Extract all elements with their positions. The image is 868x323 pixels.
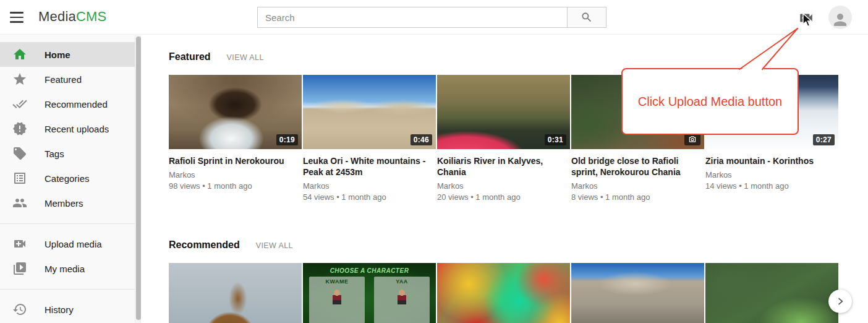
upload-media-icon[interactable] — [798, 10, 814, 26]
sidebar-item-history[interactable]: History — [0, 297, 135, 322]
sidebar-item-recent-uploads[interactable]: Recent uploads — [0, 116, 135, 141]
user-avatar[interactable] — [828, 6, 852, 29]
video-library-icon — [12, 261, 27, 276]
featured-view-all-link[interactable]: VIEW ALL — [227, 53, 264, 62]
game-character-panel: KWAME — [309, 277, 365, 323]
menu-icon[interactable] — [10, 11, 25, 24]
tag-icon — [12, 146, 27, 161]
media-author: Markos — [169, 170, 302, 179]
media-card: 0:19 Rafioli Sprint in Nerokourou Markos… — [169, 75, 302, 202]
game-character-panel: YAA — [374, 277, 430, 323]
home-icon — [12, 47, 27, 62]
recommended-cards-row: CHOOSE A CHARACTER KWAME YAA Selected Se… — [169, 263, 868, 323]
sidebar-item-featured[interactable]: Featured — [0, 67, 135, 92]
game-character-name: YAA — [374, 278, 430, 285]
sidebar-item-tags[interactable]: Tags — [0, 141, 135, 166]
video-thumbnail[interactable] — [169, 263, 302, 323]
camera-icon — [684, 133, 700, 145]
logo-part1: Media — [38, 9, 76, 24]
media-card: CHOOSE A CHARACTER KWAME YAA Selected Se… — [303, 263, 436, 323]
recommended-view-all-link[interactable]: VIEW ALL — [256, 241, 293, 250]
star-icon — [12, 72, 27, 87]
sidebar-divider — [0, 289, 135, 290]
scroll-next-button[interactable] — [828, 290, 852, 313]
sidebar-item-label: Categories — [45, 173, 90, 184]
video-thumbnail[interactable] — [437, 263, 570, 323]
sidebar-item-my-media[interactable]: My media — [0, 256, 135, 281]
video-thumbnail[interactable]: CHOOSE A CHARACTER KWAME YAA Selected Se… — [303, 263, 436, 323]
sidebar-item-upload-media[interactable]: Upload media — [0, 231, 135, 256]
duration-badge: 0:31 — [545, 134, 566, 145]
media-title[interactable]: Koiliaris River in Kalyves, Chania — [437, 155, 570, 178]
magnifier-icon — [581, 11, 593, 24]
sidebar-item-home[interactable]: Home — [0, 42, 135, 67]
media-card — [705, 263, 838, 323]
upload-media-icon — [12, 236, 27, 251]
sidebar-item-label: History — [45, 304, 74, 315]
new-releases-icon — [12, 121, 27, 136]
media-card — [571, 263, 704, 323]
media-author: Markos — [705, 170, 838, 179]
game-character-sprite — [398, 290, 406, 304]
media-title[interactable]: Old bridge close to Rafioli sprint, Nero… — [571, 155, 704, 178]
media-card — [169, 263, 302, 323]
media-card: 0:31 Koiliaris River in Kalyves, Chania … — [437, 75, 570, 202]
duration-badge: 0:46 — [411, 134, 432, 145]
person-icon — [831, 11, 849, 29]
media-author: Markos — [437, 181, 570, 191]
double-check-icon — [12, 97, 27, 111]
sidebar-item-label: Recent uploads — [45, 124, 109, 134]
game-character-name: KWAME — [309, 278, 365, 285]
top-bar: MediaCMS — [0, 0, 868, 35]
video-thumbnail[interactable]: 0:46 — [303, 75, 436, 149]
search-button[interactable] — [567, 7, 606, 28]
section-title: Featured — [169, 51, 211, 62]
media-title[interactable]: Ziria mountain - Korinthos — [705, 155, 838, 166]
game-heading-text: CHOOSE A CHARACTER — [303, 267, 436, 274]
media-meta: 20 views • 1 month ago — [437, 192, 570, 202]
recommended-section-header: Recommended VIEW ALL — [169, 239, 868, 251]
media-meta: 8 views • 1 month ago — [571, 192, 704, 202]
sidebar-item-recommended[interactable]: Recommended — [0, 92, 135, 116]
sidebar-divider — [0, 223, 135, 224]
sidebar-item-members[interactable]: Members — [0, 191, 135, 215]
logo-part2: CMS — [76, 9, 107, 24]
section-title: Recommended — [169, 239, 240, 251]
callout-text: Click Upload Media button — [638, 95, 782, 109]
history-icon — [12, 302, 27, 317]
sidebar-item-label: Recommended — [45, 99, 108, 110]
sidebar-item-label: Home — [45, 50, 70, 60]
media-meta: 98 views • 1 month ago — [169, 181, 302, 191]
chevron-right-icon — [835, 296, 845, 306]
members-icon — [12, 196, 27, 210]
media-meta: 54 views • 1 month ago — [303, 192, 436, 202]
sidebar-item-label: Featured — [45, 74, 82, 85]
duration-badge: 0:19 — [276, 134, 298, 145]
sidebar-scrollbar — [135, 35, 141, 323]
game-character-sprite — [333, 290, 341, 304]
media-card: 0:46 Leuka Ori - White mountains - Peak … — [303, 75, 436, 202]
featured-section-header: Featured VIEW ALL — [169, 51, 868, 62]
categories-icon — [12, 171, 27, 186]
media-meta: 14 views • 1 month ago — [705, 181, 838, 191]
sidebar-item-label: My media — [45, 264, 85, 274]
sidebar: Home Featured Recommended Recent uploads… — [0, 35, 135, 323]
media-author: Markos — [303, 181, 436, 191]
video-thumbnail[interactable] — [571, 263, 704, 323]
media-title[interactable]: Rafioli Sprint in Nerokourou — [169, 155, 302, 166]
tutorial-callout: Click Upload Media button — [621, 68, 799, 135]
duration-badge: 0:27 — [813, 134, 835, 145]
sidebar-item-label: Members — [45, 198, 83, 209]
media-author: Markos — [571, 181, 704, 191]
search-input[interactable] — [257, 7, 567, 28]
sidebar-item-label: Tags — [45, 149, 64, 159]
video-thumbnail[interactable] — [705, 263, 838, 323]
search-bar — [257, 7, 606, 28]
sidebar-scrollbar-thumb[interactable] — [136, 37, 141, 320]
media-title[interactable]: Leuka Ori - White mountains - Peak at 24… — [303, 155, 436, 178]
sidebar-item-categories[interactable]: Categories — [0, 166, 135, 191]
video-thumbnail[interactable]: 0:31 — [437, 75, 570, 149]
sidebar-item-label: Upload media — [45, 239, 102, 249]
app-logo[interactable]: MediaCMS — [38, 9, 106, 25]
video-thumbnail[interactable]: 0:19 — [169, 75, 302, 149]
